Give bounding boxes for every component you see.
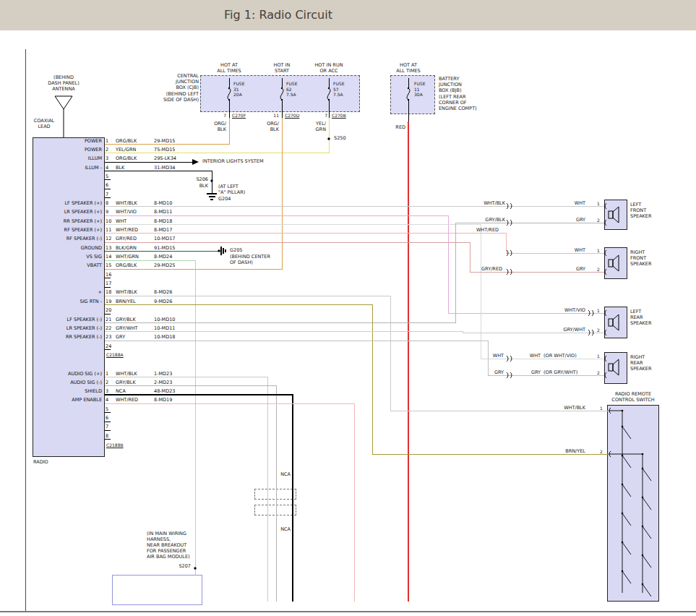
- radio-pin-row: RR SPEAKER (-)23GRY10-MD18: [40, 334, 195, 341]
- circuit-wires: [105, 118, 609, 602]
- pin-function-label: LR SPEAKER (+): [40, 209, 102, 215]
- pin-function-label: POWER: [40, 138, 102, 144]
- radio-pin-row: 5: [40, 406, 195, 413]
- pin-wire-color: GRY/BLK: [116, 317, 153, 322]
- pin-number: 1: [106, 138, 116, 144]
- pin-number: 13: [106, 245, 116, 251]
- radio-pin-row: POWER1ORG/BLK29-MD15: [40, 138, 195, 145]
- pin-circuit-code: 29-MD25: [154, 262, 194, 268]
- radio-pin-row: +18WHT/BLK8-MD26: [40, 289, 195, 296]
- radio-pin-row: SIG RTN -19BRN/YEL9-MD26: [40, 299, 195, 305]
- radio-pin-row: RR SPEAKER (+)10WHT8-MD18: [40, 218, 195, 225]
- connector-link-c2188a[interactable]: C2188A: [106, 352, 124, 358]
- c270b-pin: 7: [316, 113, 327, 119]
- pin-circuit-code: 10-MD10: [154, 317, 194, 322]
- pin-wire-color: WHT: [116, 218, 153, 224]
- fuse62-header: HOT IN START: [265, 62, 298, 74]
- pin-function-label: LR SPEAKER (-): [40, 325, 102, 331]
- nca-label-top: NCA: [267, 471, 291, 477]
- pin-number: 9: [106, 209, 116, 215]
- connector-link-c2188b[interactable]: C2188B: [106, 442, 124, 448]
- pin-number: 14: [106, 254, 116, 260]
- radio-pin-row: 6: [40, 182, 195, 189]
- pin-function-label: AUDIO SIG (-): [40, 380, 102, 385]
- pin-wire-color: WHT/GRN: [116, 254, 153, 260]
- pin-wire-color: WHT/BLK: [116, 200, 153, 206]
- pin-function-label: AMP ENABLE: [40, 397, 102, 403]
- cjb-label: CENTRAL JUNCTION BOX (CJB) (BEHIND LEFT …: [147, 73, 199, 103]
- radio-pin-row: 7: [40, 424, 195, 430]
- pin-circuit-code: 8-MD18: [154, 218, 194, 224]
- nca-label-bottom: NCA: [267, 526, 291, 532]
- pin-number: 5: [106, 174, 116, 179]
- pin-number: 4: [106, 165, 116, 171]
- connector-link-c270d[interactable]: C270D: [285, 113, 299, 119]
- rf-minus-wire-label: GRY/RED: [466, 266, 502, 272]
- lf-plus-wire-label: WHT/BLK: [469, 200, 505, 206]
- pin-number: 8: [106, 200, 116, 206]
- pin-circuit-code: 29S-LK34: [154, 155, 194, 161]
- radio-pin-row: AUDIO SIG (+)1WHT/BLK1-MD23: [40, 371, 195, 377]
- radio-pin-row: VBATT15ORG/BLK29-MD25: [40, 262, 195, 269]
- bjb-wire-label: RED: [381, 124, 405, 130]
- rr-pin2: 2: [597, 370, 600, 376]
- pin-number: 3: [106, 388, 116, 394]
- pin-circuit-code: 1-MD23: [154, 371, 194, 377]
- pin-wire-color: NCA: [116, 388, 153, 394]
- connector-link-c270f[interactable]: C270F: [232, 113, 246, 119]
- connector-link-c270b[interactable]: C270B: [332, 113, 346, 119]
- speaker-icons: [609, 207, 619, 375]
- radio-pin-row: 24: [40, 343, 195, 350]
- pin-wire-color: WHT/BLK: [116, 289, 153, 295]
- fuse62-wire-label: ORG/ BLK: [257, 121, 279, 132]
- rrcs-label: RADIO REMOTE CONTROL SWITCH: [604, 391, 662, 403]
- right-front-speaker-label: RIGHT FRONT SPEAKER: [630, 249, 652, 267]
- fuse31-label: FUSE 31 20A: [233, 81, 244, 98]
- coaxial-lead-label: COAXIAL LEAD: [26, 118, 62, 129]
- fuse-icons: [228, 88, 410, 100]
- pin-circuit-code: 8-MD24: [154, 254, 194, 260]
- splice-s250-label: S250: [334, 135, 346, 141]
- pin-number: 15: [106, 262, 116, 268]
- lr-pin1: 1: [597, 308, 600, 314]
- fuse31-wire-label: ORG/ BLK: [205, 121, 226, 132]
- radio-pin-row: 20: [40, 307, 195, 314]
- pin-circuit-code: 91-MD15: [154, 245, 194, 251]
- radio-pin-row: LF SPEAKER (+)8WHT/BLK8-MD10: [40, 200, 195, 207]
- lf-pin1: 1: [597, 201, 600, 207]
- radio-pin-row: RF SPEAKER (+)11WHT/RED8-MD17: [40, 227, 195, 234]
- fuse31-header: HOT AT ALL TIMES: [212, 62, 246, 74]
- radio-pin-row: 8: [40, 433, 195, 440]
- fuse57-header: HOT IN RUN OR ACC: [310, 62, 348, 74]
- ground-g204-label: G204: [218, 196, 231, 202]
- pin-function-label: POWER: [40, 147, 102, 153]
- pin-wire-color: GRY/BLK: [116, 380, 153, 385]
- radio-pin-row: POWER2YEL/GRN75-MD15: [40, 147, 195, 153]
- radio-pin-row: ILLUM3ORG/BLK29S-LK34: [40, 155, 195, 162]
- pin-wire-color: WHT/RED: [116, 397, 153, 403]
- pin-number: 23: [106, 334, 116, 340]
- pin-function-label: SIG RTN -: [40, 299, 102, 304]
- pin-function-label: RF SPEAKER (-): [40, 236, 102, 241]
- pin-number: 1: [106, 371, 116, 377]
- pin-function-label: VBATT: [40, 262, 102, 268]
- pin-circuit-code: 2-MD23: [154, 380, 194, 385]
- bjb-header: HOT AT ALL TIMES: [390, 62, 427, 74]
- lr-plus-wire-label: WHT/VIO: [551, 307, 585, 313]
- pin-function-label: +: [40, 289, 102, 295]
- lr-minus-wire-label: GRY/WHT: [551, 327, 585, 333]
- pin-wire-color: WHT/BLK: [116, 371, 153, 377]
- rrcs-contact-dots: [622, 410, 644, 586]
- radio-pin-row: LF SPEAKER (-)21GRY/BLK10-MD10: [40, 317, 195, 323]
- pin-number: 10: [106, 218, 116, 224]
- pin-function-label: RR SPEAKER (+): [40, 218, 102, 224]
- pin-wire-color: ORG/BLK: [116, 155, 153, 161]
- pin-number: 6: [106, 182, 116, 188]
- rf-minus-near-label: GRY: [557, 266, 585, 272]
- right-rear-speaker-label: RIGHT REAR SPEAKER: [630, 354, 652, 372]
- c270d-pin: 11: [267, 113, 279, 119]
- pin-function-label: GROUND: [40, 245, 102, 251]
- radio-pin-row: 7: [40, 192, 195, 198]
- lf-minus-wire-label: GRY/BLK: [469, 217, 505, 223]
- rr-plus-near-label: WHT: [515, 353, 541, 359]
